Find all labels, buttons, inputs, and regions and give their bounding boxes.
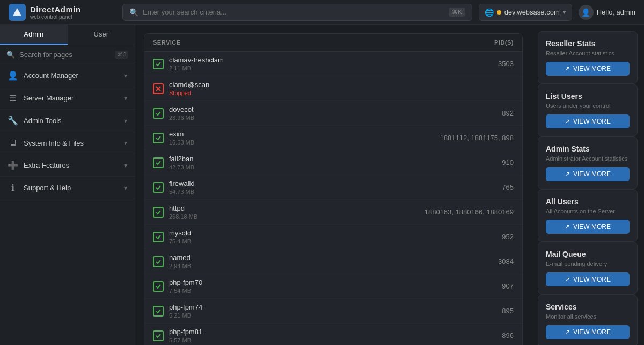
domain-text: dev.websase.com — [504, 8, 560, 16]
sidebar-item-support-help[interactable]: ℹ Support & Help ▾ — [0, 177, 135, 199]
service-name: fail2ban — [169, 155, 194, 163]
chevron-icon-admin-tools: ▾ — [124, 117, 127, 125]
view-more-button-mail-queue[interactable]: ↗ VIEW MORE — [546, 272, 630, 286]
service-name-block: httpd 268.18 MB — [169, 204, 197, 220]
service-name-block: php-fpm74 5.21 MB — [169, 303, 202, 319]
service-name-block: firewalld 54.73 MB — [169, 179, 195, 195]
stat-card-admin-stats: Admin Stats Administrator Account statis… — [538, 136, 638, 189]
service-mem: 268.18 MB — [169, 213, 197, 220]
service-info: dovecot 23.96 MB — [153, 101, 406, 125]
sidebar-item-account-manager[interactable]: 👤 Account Manager ▾ — [0, 64, 135, 87]
sidebar-search-icon: 🔍 — [6, 51, 15, 59]
service-name: firewalld — [169, 179, 195, 188]
tab-user[interactable]: User — [68, 25, 135, 45]
table-row[interactable]: php-fpm81 5.57 MB 896 — [144, 324, 522, 345]
sidebar-item-admin-tools[interactable]: 🔧 Admin Tools ▾ — [0, 110, 135, 132]
service-info: mysqld 75.4 MB — [153, 225, 406, 249]
logo-text: DirectAdmin web control panel — [30, 5, 81, 20]
table-row[interactable]: php-fpm70 7.54 MB 907 — [144, 274, 522, 299]
service-mem: 16.53 MB — [169, 139, 194, 146]
domain-selector[interactable]: 🌐 dev.websase.com ▾ — [479, 4, 572, 21]
svg-marker-0 — [13, 8, 21, 16]
sidebar-item-server-manager[interactable]: ☰ Server Manager ▾ — [0, 87, 135, 110]
stat-card-title: Reseller Stats — [546, 39, 630, 48]
search-input[interactable] — [143, 8, 444, 16]
service-info: named 2.94 MB — [153, 249, 406, 274]
table-row[interactable]: dovecot 23.96 MB 892 — [144, 101, 522, 126]
view-more-button-admin-stats[interactable]: ↗ VIEW MORE — [546, 167, 630, 181]
logo-area: DirectAdmin web control panel — [9, 4, 116, 21]
service-name: named — [169, 254, 191, 262]
stat-card-title: Services — [546, 303, 630, 311]
table-row[interactable]: php-fpm74 5.21 MB 895 — [144, 299, 522, 324]
table-row[interactable]: mysqld 75.4 MB 952 — [144, 225, 522, 249]
service-status-icon — [153, 207, 164, 218]
service-pid: 3084 — [406, 257, 514, 265]
service-pid: 895 — [406, 307, 514, 315]
nav-label-server-manager: Server Manager — [24, 94, 119, 102]
topbar: DirectAdmin web control panel 🔍 ⌘K 🌐 dev… — [0, 0, 644, 25]
search-shortcut: ⌘K — [449, 8, 465, 17]
stat-card-desc: Administrator Account statistics — [546, 155, 630, 162]
user-label: Hello, admin — [597, 8, 635, 16]
col-pid: PID(S) — [406, 39, 514, 46]
service-info: php-fpm81 5.57 MB — [153, 324, 406, 345]
table-body: clamav-freshclam 2.11 MB 3503 clamd@scan… — [144, 52, 522, 345]
service-name-block: mysqld 75.4 MB — [169, 229, 191, 245]
table-header: SERVICE PID(S) — [144, 34, 522, 52]
service-info: httpd 268.18 MB — [153, 200, 406, 224]
sidebar-search[interactable]: 🔍 Search for pages ⌘J — [0, 45, 135, 64]
view-more-button-all-users[interactable]: ↗ VIEW MORE — [546, 220, 630, 234]
stat-card-title: List Users — [546, 92, 630, 100]
content-area: SERVICE PID(S) clamav-freshclam 2.11 MB … — [135, 25, 644, 345]
service-status-icon — [153, 83, 164, 94]
nav-icon-account-manager: 👤 — [8, 70, 18, 81]
view-more-button-services[interactable]: ↗ VIEW MORE — [546, 325, 630, 339]
service-mem: 54.73 MB — [169, 189, 195, 195]
stat-card-title: Mail Queue — [546, 250, 630, 258]
service-mem: 75.4 MB — [169, 238, 191, 245]
table-row[interactable]: named 2.94 MB 3084 — [144, 249, 522, 274]
tab-admin[interactable]: Admin — [0, 25, 68, 45]
main-layout: Admin User 🔍 Search for pages ⌘J 👤 Accou… — [0, 25, 644, 345]
view-more-button-list-users[interactable]: ↗ VIEW MORE — [546, 114, 630, 128]
service-status-icon — [153, 232, 164, 242]
service-info: clamd@scan Stopped — [153, 76, 406, 100]
view-more-button-reseller-stats[interactable]: ↗ VIEW MORE — [546, 62, 630, 76]
service-name: dovecot — [169, 105, 194, 113]
user-area[interactable]: 👤 Hello, admin — [579, 5, 635, 20]
sidebar-item-extra-features[interactable]: ➕ Extra Features ▾ — [0, 154, 135, 177]
service-pid: 1881112, 1881175, 898 — [406, 134, 514, 142]
service-status-icon — [153, 108, 164, 119]
globe-icon: 🌐 — [485, 8, 494, 17]
stat-card-list-users: List Users Users under your control ↗ VI… — [538, 84, 638, 136]
service-pid: 765 — [406, 183, 514, 191]
sidebar-item-system-info[interactable]: 🖥 System Info & Files ▾ — [0, 132, 135, 154]
stat-card-all-users: All Users All Accounts on the Server ↗ V… — [538, 189, 638, 242]
stat-card-desc: Monitor all services — [546, 313, 630, 320]
sidebar: Admin User 🔍 Search for pages ⌘J 👤 Accou… — [0, 25, 135, 345]
table-row[interactable]: clamav-freshclam 2.11 MB 3503 — [144, 52, 522, 76]
stat-card-desc: Reseller Account statistics — [546, 50, 630, 56]
link-icon-mail-queue: ↗ — [565, 276, 570, 283]
service-status-icon — [153, 182, 164, 193]
service-status-icon — [153, 330, 164, 341]
topbar-search[interactable]: 🔍 ⌘K — [122, 4, 472, 21]
service-mem: 42.73 MB — [169, 164, 194, 170]
service-status-icon — [153, 59, 164, 69]
service-name: php-fpm70 — [169, 278, 202, 286]
table-row[interactable]: firewalld 54.73 MB 765 — [144, 175, 522, 200]
sidebar-search-label: Search for pages — [19, 51, 111, 59]
table-row[interactable]: httpd 268.18 MB 1880163, 1880166, 188016… — [144, 200, 522, 225]
stat-card-desc: Users under your control — [546, 103, 630, 109]
service-mem: 23.96 MB — [169, 114, 194, 121]
service-info: php-fpm70 7.54 MB — [153, 274, 406, 298]
stat-card-desc: E-mail pending delivery — [546, 261, 630, 267]
table-row[interactable]: clamd@scan Stopped — [144, 76, 522, 101]
table-row[interactable]: fail2ban 42.73 MB 910 — [144, 150, 522, 175]
table-row[interactable]: exim 16.53 MB 1881112, 1881175, 898 — [144, 126, 522, 150]
service-pid: 910 — [406, 159, 514, 167]
right-panel: Reseller Stats Reseller Account statisti… — [531, 25, 644, 345]
user-icon: 👤 — [579, 5, 594, 20]
service-status-icon — [153, 306, 164, 317]
